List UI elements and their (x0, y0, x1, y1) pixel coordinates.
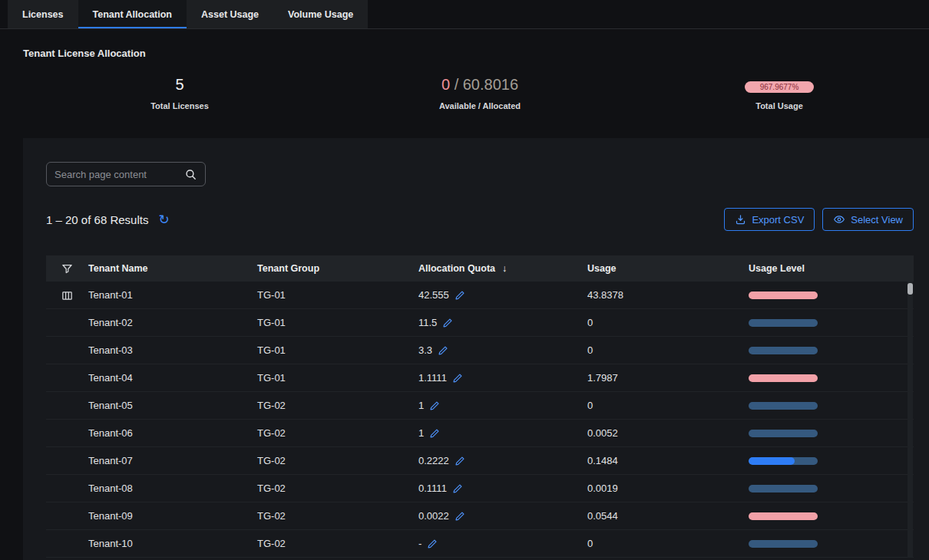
tab-licenses[interactable]: Licenses (8, 0, 78, 28)
tenant-name-cell: Tenant-01 (88, 289, 257, 301)
stat-available-allocated: 0 / 60.8016 Available / Allocated (439, 76, 521, 110)
table-actions: Export CSV Select View (724, 208, 914, 231)
column-header-tenant-name[interactable]: Tenant Name (88, 263, 257, 274)
quota-value: 3.3 (418, 344, 432, 356)
export-csv-label: Export CSV (752, 214, 804, 226)
results-left: 1 – 20 of 68 Results ↻ (46, 213, 170, 226)
edit-quota-icon[interactable] (442, 318, 453, 328)
table-row: Tenant-09 TG-02 0.0022 0.0544 (46, 502, 914, 530)
edit-quota-icon[interactable] (455, 290, 465, 301)
table-scrollbar[interactable] (908, 282, 913, 558)
tenant-group-cell: TG-01 (257, 372, 418, 384)
quota-value: - (418, 538, 422, 549)
tenant-group-cell: TG-01 (257, 317, 418, 328)
tenant-name-cell: Tenant-03 (88, 344, 257, 356)
tab-tenant-allocation[interactable]: Tenant Allocation (78, 0, 187, 28)
usage-level-cell (749, 485, 914, 492)
allocation-quota-cell: 42.555 (418, 289, 587, 301)
tab-strip: LicensesTenant AllocationAsset UsageVolu… (8, 0, 368, 28)
total-usage-label: Total Usage (745, 101, 814, 110)
export-csv-button[interactable]: Export CSV (724, 208, 815, 231)
quota-value: 0.1111 (418, 483, 447, 494)
tenant-group-cell: TG-01 (257, 289, 418, 301)
select-view-button[interactable]: Select View (822, 208, 914, 231)
usage-cell: 0.0544 (587, 510, 749, 522)
allocation-quota-cell: 0.2222 (418, 455, 587, 466)
tenant-name-cell: Tenant-04 (88, 372, 257, 384)
table-row: Tenant-06 TG-02 1 0.0052 (46, 420, 914, 447)
edit-quota-icon[interactable] (452, 483, 463, 494)
usage-level-cell (749, 402, 914, 410)
table-row: Tenant-08 TG-02 0.1111 0.0019 (46, 475, 914, 502)
allocated-value: 60.8016 (463, 76, 518, 93)
select-view-label: Select View (851, 214, 903, 226)
tenant-name-cell: Tenant-07 (88, 455, 257, 466)
table-row: Tenant-02 TG-01 11.5 0 (46, 309, 914, 337)
edit-quota-icon[interactable] (438, 345, 448, 356)
usage-cell: 0 (587, 344, 749, 356)
edit-quota-icon[interactable] (455, 511, 465, 522)
usage-cell: 0 (587, 400, 749, 411)
usage-level-cell (749, 512, 914, 520)
edit-quota-icon[interactable] (452, 373, 463, 384)
tenant-group-cell: TG-02 (257, 400, 418, 411)
usage-level-cell (749, 292, 914, 299)
edit-quota-icon[interactable] (429, 428, 440, 439)
tenant-name-cell: Tenant-06 (88, 427, 257, 439)
column-header-usage-level[interactable]: Usage Level (749, 263, 914, 274)
columns-icon[interactable] (46, 282, 88, 309)
usage-cell: 0 (587, 538, 749, 549)
page-title: Tenant License Allocation (23, 48, 929, 59)
refresh-icon[interactable]: ↻ (158, 213, 169, 226)
edit-quota-icon[interactable] (455, 456, 465, 466)
usage-level-bar (749, 402, 818, 410)
table-row: Tenant-01 TG-01 42.555 43.8378 (46, 282, 914, 309)
quota-value: 42.555 (418, 289, 449, 301)
tenant-name-cell: Tenant-02 (88, 317, 257, 328)
usage-level-bar (749, 485, 818, 492)
allocation-quota-cell: 11.5 (418, 317, 587, 328)
search-icon[interactable] (184, 168, 197, 181)
table-row: Tenant-04 TG-01 1.1111 1.7987 (46, 364, 914, 392)
usage-level-cell (749, 374, 914, 382)
allocation-quota-cell: - (418, 538, 587, 549)
tenant-group-cell: TG-01 (257, 344, 418, 356)
results-count: 1 – 20 of 68 Results (46, 213, 148, 226)
column-header-usage[interactable]: Usage (587, 263, 749, 274)
tenant-group-cell: TG-02 (257, 538, 418, 549)
sort-desc-icon[interactable]: ↓ (502, 263, 507, 274)
quota-value: 11.5 (418, 317, 437, 328)
search-box[interactable] (46, 162, 206, 186)
usage-level-cell (749, 430, 914, 437)
total-usage-value: 967.9677% (745, 76, 814, 94)
tab-asset-usage[interactable]: Asset Usage (187, 0, 273, 28)
edit-quota-icon[interactable] (427, 539, 438, 549)
quota-value: 0.0022 (418, 510, 449, 522)
tenant-table: Tenant Name Tenant Group Allocation Quot… (46, 255, 914, 558)
value-separator: / (450, 76, 463, 93)
usage-level-bar (749, 512, 818, 520)
stat-total-licenses: 5 Total Licenses (150, 76, 209, 110)
filter-icon[interactable] (46, 262, 88, 275)
tab-bar: LicensesTenant AllocationAsset UsageVolu… (0, 0, 929, 29)
tenant-allocation-panel: 1 – 20 of 68 Results ↻ Export CSV (23, 138, 929, 560)
usage-cell: 0.0052 (587, 427, 749, 439)
total-licenses-value: 5 (150, 76, 209, 94)
tab-volume-usage[interactable]: Volume Usage (273, 0, 368, 28)
search-input[interactable] (55, 169, 184, 180)
tenant-group-cell: TG-02 (257, 427, 418, 439)
column-header-allocation-quota[interactable]: Allocation Quota↓ (418, 263, 587, 274)
usage-level-bar (749, 319, 818, 327)
allocation-quota-label: Allocation Quota (418, 263, 495, 274)
table-header: Tenant Name Tenant Group Allocation Quot… (46, 255, 914, 282)
usage-cell: 1.7987 (587, 372, 749, 384)
table-row: Tenant-05 TG-02 1 0 (46, 392, 914, 420)
tenant-name-cell: Tenant-10 (88, 538, 257, 549)
usage-cell: 0.1484 (587, 455, 749, 466)
table-row: Tenant-10 TG-02 - 0 (46, 530, 914, 558)
scrollbar-thumb[interactable] (908, 283, 913, 295)
usage-level-cell (749, 347, 914, 354)
column-header-tenant-group[interactable]: Tenant Group (257, 263, 418, 274)
stat-total-usage: 967.9677% Total Usage (745, 76, 814, 110)
edit-quota-icon[interactable] (429, 400, 440, 411)
